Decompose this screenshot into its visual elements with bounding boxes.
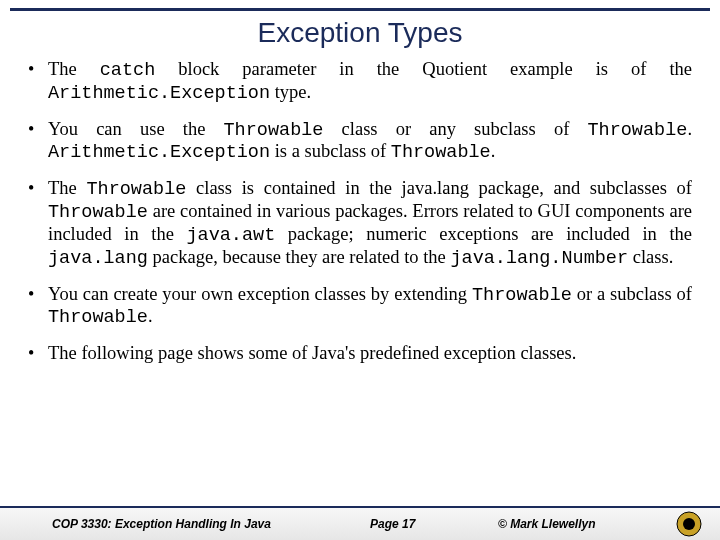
code: Throwable — [86, 179, 186, 200]
code: java.lang — [48, 248, 148, 269]
footer: COP 3330: Exception Handling In Java Pag… — [0, 506, 720, 540]
footer-course: COP 3330: Exception Handling In Java — [52, 517, 271, 531]
bullet-item: You can use the Throwable class or any s… — [28, 119, 692, 165]
code: java.lang.Number — [450, 248, 628, 269]
code: Arithmetic.Exception — [48, 142, 270, 163]
svg-point-1 — [683, 518, 695, 530]
code: Throwable — [224, 120, 324, 141]
content-area: The catch block parameter in the Quotien… — [0, 59, 720, 506]
text: You can use the — [48, 119, 224, 139]
bullet-list: The catch block parameter in the Quotien… — [28, 59, 692, 365]
bullet-item: The Throwable class is contained in the … — [28, 178, 692, 269]
text: . — [687, 119, 692, 139]
text: . — [148, 306, 153, 326]
text: class is contained in the java.lang pack… — [186, 178, 692, 198]
code: Arithmetic.Exception — [48, 83, 270, 104]
text: The following page shows some of Java's … — [48, 343, 576, 363]
code: Throwable — [472, 285, 572, 306]
text: The — [48, 59, 100, 79]
code: Throwable — [48, 202, 148, 223]
ucf-logo-icon — [676, 511, 702, 537]
text: package, because they are related to the — [148, 247, 451, 267]
bullet-item: The following page shows some of Java's … — [28, 343, 692, 365]
text: class or any subclass of — [323, 119, 587, 139]
bullet-item: You can create your own exception classe… — [28, 284, 692, 330]
text: type. — [270, 82, 311, 102]
footer-author: © Mark Llewellyn — [498, 517, 596, 531]
text: or a subclass of — [572, 284, 692, 304]
slide: Exception Types The catch block paramete… — [0, 0, 720, 540]
text: The — [48, 178, 86, 198]
code: java.awt — [186, 225, 275, 246]
bullet-item: The catch block parameter in the Quotien… — [28, 59, 692, 105]
text: You can create your own exception classe… — [48, 284, 472, 304]
text: block parameter in the Quotient example … — [155, 59, 692, 79]
text: . — [491, 141, 496, 161]
code: Throwable — [391, 142, 491, 163]
text: is a subclass of — [270, 141, 391, 161]
code: Throwable — [48, 307, 148, 328]
text: class. — [628, 247, 673, 267]
footer-page: Page 17 — [370, 517, 415, 531]
code: Throwable — [587, 120, 687, 141]
slide-title: Exception Types — [0, 11, 720, 59]
code: catch — [100, 60, 156, 81]
text: package; numeric exceptions are included… — [275, 224, 692, 244]
